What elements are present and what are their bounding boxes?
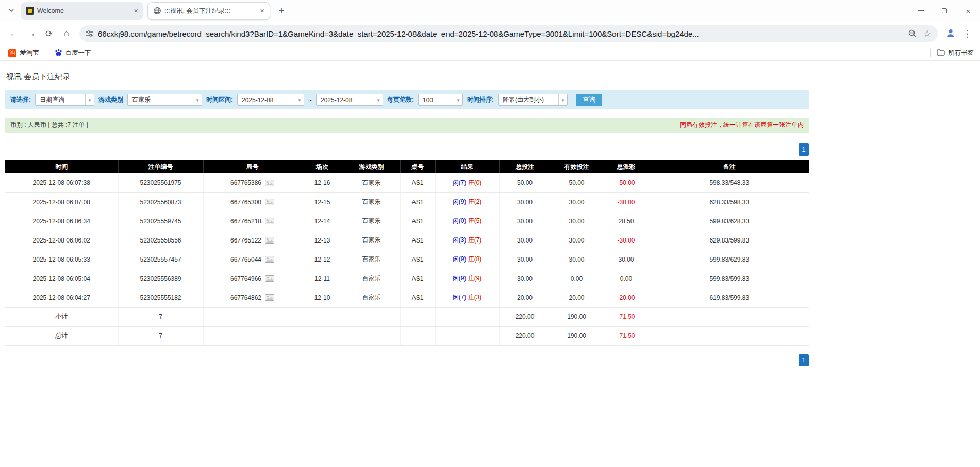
per-page-select[interactable]: 100 ▾ bbox=[418, 94, 463, 106]
url-text[interactable]: 66cxkj98.com/game/betrecord_search/kind3… bbox=[98, 29, 902, 38]
round-image-icon[interactable] bbox=[265, 256, 274, 263]
result-banker: 庄(0) bbox=[468, 179, 482, 186]
col-header-time: 时间 bbox=[5, 160, 118, 173]
cell-table: AS1 bbox=[400, 269, 435, 288]
cell-session: 12-12 bbox=[302, 250, 343, 269]
cell-session: 12-14 bbox=[302, 212, 343, 231]
minimize-icon bbox=[918, 10, 924, 11]
date-end-select[interactable]: 2025-12-08 ▾ bbox=[316, 94, 383, 106]
cell-session: 12-11 bbox=[302, 269, 343, 288]
cell-payout: -50.00 bbox=[603, 173, 650, 192]
round-number: 667765300 bbox=[230, 199, 261, 206]
minimize-button[interactable] bbox=[909, 0, 933, 22]
tab-betrecord[interactable]: :::视讯, 会员下注纪录::: × bbox=[147, 2, 270, 20]
page-number-button[interactable]: 1 bbox=[799, 143, 809, 156]
maximize-button[interactable] bbox=[933, 0, 956, 22]
cell-payout: -30.00 bbox=[603, 231, 650, 250]
table-row: 2025-12-08 06:04:27 523025555182 6677648… bbox=[5, 288, 809, 307]
profile-button[interactable] bbox=[942, 25, 959, 42]
cell-valid-bet: 50.00 bbox=[551, 173, 603, 192]
date-range-label: 时间区间: bbox=[206, 95, 233, 104]
zoom-indicator-icon[interactable] bbox=[908, 29, 917, 38]
cell-result: 闲(7) 庄(3) bbox=[435, 288, 499, 307]
round-image-icon[interactable] bbox=[265, 180, 274, 186]
round-image-icon[interactable] bbox=[265, 237, 274, 244]
chevron-down-icon: ▾ bbox=[454, 94, 462, 105]
round-number: 667764966 bbox=[230, 275, 261, 282]
bookmark-star-icon[interactable]: ☆ bbox=[923, 28, 932, 39]
table-row: 2025-12-08 06:05:33 523025557457 6677650… bbox=[5, 250, 809, 269]
cell-session: 12-13 bbox=[302, 231, 343, 250]
sort-label: 时间排序: bbox=[467, 95, 494, 104]
tab-welcome[interactable]: Welcome × bbox=[21, 2, 143, 20]
round-number: 667764862 bbox=[230, 294, 261, 301]
query-button[interactable]: 查询 bbox=[576, 94, 602, 106]
col-header-round: 局号 bbox=[203, 160, 302, 173]
cell-result: 闲(0) 庄(5) bbox=[435, 212, 499, 231]
cell-round: 667765386 bbox=[203, 173, 302, 192]
cell-bet-id: 523025559745 bbox=[118, 212, 203, 231]
summary-currency-count: 币别 : 人民币 | 总共 :7 注单 | bbox=[10, 121, 88, 130]
result-banker: 庄(3) bbox=[468, 294, 482, 301]
all-bookmarks-button[interactable]: 所有书签 bbox=[937, 49, 974, 57]
site-info-icon[interactable] bbox=[86, 29, 94, 38]
cell-round: 667765122 bbox=[203, 231, 302, 250]
bookmark-aitaobao[interactable]: 淘 爱淘宝 bbox=[6, 47, 41, 59]
address-bar[interactable]: 66cxkj98.com/game/betrecord_search/kind3… bbox=[79, 25, 938, 42]
cell-table: AS1 bbox=[400, 192, 435, 212]
new-tab-button[interactable]: + bbox=[274, 4, 289, 18]
subtotal-row: 小计 7 220.00 190.00 -71.50 bbox=[5, 307, 809, 326]
round-image-icon[interactable] bbox=[265, 199, 274, 205]
cell-bet-id: 523025555182 bbox=[118, 288, 203, 307]
cell-game: 百家乐 bbox=[343, 212, 400, 231]
chevron-down-icon: ▾ bbox=[295, 94, 304, 105]
bookmark-label: 爱淘宝 bbox=[20, 49, 39, 57]
cell-table: AS1 bbox=[400, 231, 435, 250]
bookmark-baidu[interactable]: 百度一下 bbox=[53, 47, 93, 59]
table-totals: 小计 7 220.00 190.00 -71.50 总计 7 220.00 19… bbox=[5, 307, 809, 345]
tab-search-button[interactable] bbox=[4, 4, 19, 18]
cell-result: 闲(9) 庄(9) bbox=[435, 269, 499, 288]
welcome-favicon-icon bbox=[26, 7, 34, 15]
forward-button[interactable]: → bbox=[23, 25, 40, 42]
table-row: 2025-12-08 06:07:08 523025560873 6677653… bbox=[5, 192, 809, 212]
home-button[interactable]: ⌂ bbox=[58, 25, 75, 42]
result-banker: 庄(5) bbox=[468, 217, 482, 224]
table-row: 2025-12-08 06:07:38 523025561975 6677653… bbox=[5, 173, 809, 192]
cell-session: 12-15 bbox=[302, 192, 343, 212]
cell-round: 667765044 bbox=[203, 250, 302, 269]
cell-result: 闲(7) 庄(0) bbox=[435, 173, 499, 192]
result-player: 闲(9) bbox=[453, 255, 467, 263]
chevron-down-icon bbox=[8, 7, 15, 15]
result-player: 闲(3) bbox=[453, 236, 467, 244]
result-player: 闲(9) bbox=[453, 275, 467, 282]
cell-bet-id: 523025560873 bbox=[118, 192, 203, 212]
back-button[interactable]: ← bbox=[5, 25, 23, 42]
cell-valid-bet: 0.00 bbox=[551, 269, 603, 288]
tab-close-icon[interactable]: × bbox=[258, 7, 267, 15]
table-header-row: 时间 注单编号 局号 场次 游戏类别 桌号 结果 总投注 有效投注 总派彩 备注 bbox=[5, 160, 809, 173]
date-mode-select[interactable]: 日期查询 ▾ bbox=[35, 94, 94, 106]
window-close-button[interactable]: × bbox=[956, 0, 980, 22]
cell-total-bet: 20.00 bbox=[499, 288, 551, 307]
profile-avatar-icon bbox=[945, 27, 956, 40]
menu-icon[interactable]: ⋮ bbox=[959, 25, 975, 42]
round-image-icon[interactable] bbox=[265, 294, 274, 301]
col-header-table: 桌号 bbox=[400, 160, 435, 173]
taobao-icon: 淘 bbox=[8, 49, 16, 57]
globe-icon bbox=[153, 7, 161, 15]
game-type-select[interactable]: 百家乐 ▾ bbox=[127, 94, 202, 106]
round-image-icon[interactable] bbox=[265, 218, 274, 224]
tab-close-icon[interactable]: × bbox=[131, 7, 140, 15]
cell-time: 2025-12-08 06:05:33 bbox=[5, 250, 118, 269]
date-start-select[interactable]: 2025-12-08 ▾ bbox=[237, 94, 304, 106]
cell-time: 2025-12-08 06:05:04 bbox=[5, 269, 118, 288]
total-row: 总计 7 220.00 190.00 -71.50 bbox=[5, 326, 809, 345]
reload-button[interactable]: ⟳ bbox=[40, 25, 58, 42]
subtotal-count: 7 bbox=[118, 307, 203, 326]
cell-result: 闲(9) 庄(8) bbox=[435, 250, 499, 269]
pagination-bottom: 1 bbox=[5, 354, 809, 366]
sort-select[interactable]: 降幂(由大到小) ▾ bbox=[498, 94, 568, 106]
page-number-button[interactable]: 1 bbox=[799, 354, 809, 366]
round-image-icon[interactable] bbox=[265, 275, 274, 282]
